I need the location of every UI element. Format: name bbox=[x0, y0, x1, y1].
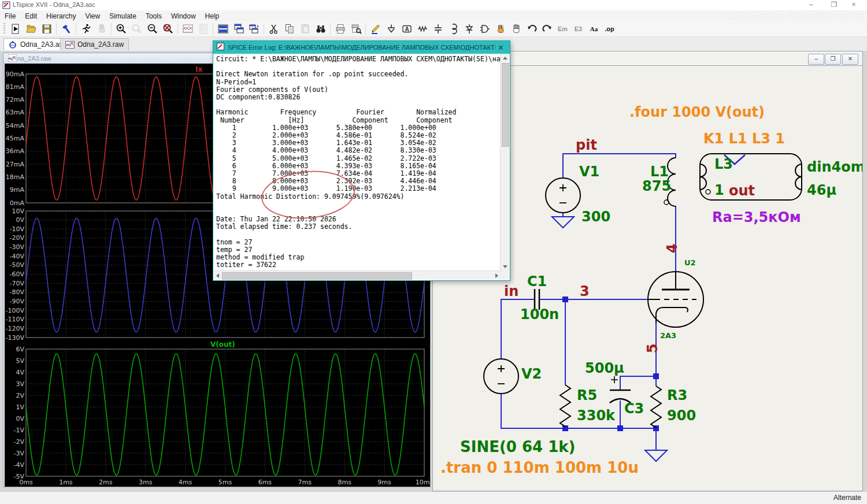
error-log-titlebar[interactable]: SPICE Error Log: E:\ВАЖНОЕ\ЛАМПЫ\МОДЕЛИР… bbox=[213, 41, 510, 54]
cascade-windows-2-icon[interactable] bbox=[246, 21, 262, 36]
svg-text:C1: C1 bbox=[527, 273, 547, 290]
paste-icon[interactable] bbox=[297, 21, 313, 36]
scroll-down-icon[interactable] bbox=[503, 265, 507, 268]
halt-icon[interactable] bbox=[94, 21, 109, 36]
error-log-text[interactable]: Circuit: * E:\ВАЖНОЕ\ЛАМПЫ\МОДЕЛИРОВАНИЕ… bbox=[214, 54, 501, 271]
scroll-up-icon[interactable] bbox=[503, 57, 507, 60]
error-log-vertical-scrollbar[interactable] bbox=[500, 54, 509, 271]
text-tool-icon[interactable]: Aa bbox=[586, 21, 602, 36]
svg-text:V1: V1 bbox=[579, 164, 599, 180]
zoom-full-extents-icon[interactable] bbox=[129, 21, 144, 36]
error-log-horizontal-scrollbar[interactable] bbox=[214, 270, 501, 280]
toolbar-separator bbox=[330, 23, 331, 35]
trace-label-ix[interactable]: Ix bbox=[195, 65, 202, 73]
log-line: tnom = 27 bbox=[216, 239, 501, 246]
copy-icon[interactable] bbox=[281, 21, 297, 36]
ground-symbol-icon[interactable] bbox=[383, 21, 399, 36]
new-schematic-icon[interactable] bbox=[8, 21, 23, 36]
y-axis-tick: 81mA bbox=[5, 83, 24, 91]
y-axis-tick: 1V bbox=[5, 403, 24, 411]
resistor-icon[interactable] bbox=[414, 21, 430, 36]
menu-hierarchy[interactable]: Hierarchy bbox=[42, 11, 80, 21]
cut-icon[interactable] bbox=[266, 21, 281, 36]
svg-text:L3: L3 bbox=[714, 156, 733, 172]
scroll-left-icon[interactable] bbox=[216, 273, 219, 278]
inductor-icon[interactable] bbox=[446, 21, 461, 36]
cascade-windows-icon[interactable] bbox=[231, 21, 246, 36]
error-log-close-icon[interactable]: ✕ bbox=[495, 43, 506, 52]
y-axis-tick: -120V bbox=[5, 325, 24, 332]
schematic-restore-button[interactable]: ❐ bbox=[825, 54, 841, 65]
y-axis-tick: 9mA bbox=[5, 186, 24, 194]
log-line: Direct Newton iteration for .op point su… bbox=[216, 71, 501, 78]
x-axis-tick: 7ms bbox=[292, 479, 317, 486]
x-axis-tick: 6ms bbox=[252, 479, 277, 486]
toolbar-grip[interactable] bbox=[3, 23, 5, 35]
toolbar-separator bbox=[213, 23, 213, 35]
horizontal-scroll-thumb[interactable] bbox=[222, 272, 412, 280]
toolbar-separator bbox=[56, 23, 57, 35]
find-icon[interactable] bbox=[313, 21, 328, 36]
y-axis-tick: 10V bbox=[5, 207, 24, 215]
save-icon[interactable] bbox=[39, 21, 54, 36]
tile-windows-icon[interactable] bbox=[215, 21, 231, 36]
diode-icon[interactable] bbox=[461, 21, 477, 36]
capacitor-icon[interactable] bbox=[430, 21, 446, 36]
edit-expression-icon[interactable]: E3 bbox=[570, 21, 586, 36]
spice-netlist-icon[interactable] bbox=[195, 21, 211, 36]
schematic-close-button[interactable]: ✕ bbox=[842, 54, 858, 65]
log-line: 4 4.000e+03 4.482e-02 8.330e-03 bbox=[216, 147, 501, 154]
zoom-in-icon[interactable] bbox=[113, 21, 129, 36]
print-preview-icon[interactable] bbox=[348, 21, 364, 36]
print-icon[interactable] bbox=[332, 21, 348, 36]
svg-text:300: 300 bbox=[581, 209, 610, 225]
menu-edit[interactable]: Edit bbox=[20, 11, 42, 21]
net-label-icon[interactable]: A bbox=[399, 21, 414, 36]
svg-text:1: 1 bbox=[714, 182, 724, 198]
performance-overlay: кадров/с N/A | ГП 0% | ЦП 2% | ЛАТ N/A bbox=[724, 11, 862, 19]
x-axis-tick: 3ms bbox=[133, 479, 158, 486]
trace-label-vout[interactable]: V(out) bbox=[210, 340, 235, 349]
y-axis-tick: -40V bbox=[5, 253, 24, 260]
tab-odna_2a3.raw[interactable]: Odna_2A3.raw bbox=[60, 38, 129, 50]
zoom-out-icon[interactable] bbox=[144, 21, 160, 36]
maximize-button[interactable]: ❐ bbox=[825, 1, 843, 10]
minimize-button[interactable]: – bbox=[802, 1, 820, 10]
edit-model-icon[interactable]: Em bbox=[555, 21, 570, 36]
menu-tools[interactable]: Tools bbox=[141, 11, 166, 21]
y-axis-tick: -90V bbox=[5, 298, 24, 305]
drag-hand-icon[interactable] bbox=[508, 21, 524, 36]
menu-help[interactable]: Help bbox=[201, 11, 224, 21]
log-line: Number [Hz] Component Component bbox=[216, 117, 501, 124]
schematic-minimize-button[interactable]: – bbox=[808, 54, 824, 65]
undo-icon[interactable] bbox=[524, 21, 539, 36]
x-axis-tick: 4ms bbox=[173, 479, 198, 486]
log-line: Circuit: * E:\ВАЖНОЕ\ЛАМПЫ\МОДЕЛИРОВАНИЕ… bbox=[216, 55, 501, 63]
error-log-title: SPICE Error Log: E:\ВАЖНОЕ\ЛАМПЫ\МОДЕЛИР… bbox=[228, 44, 495, 51]
tab-label: Odna_2A3.raw bbox=[77, 40, 124, 49]
menu-simulate[interactable]: Simulate bbox=[105, 11, 141, 21]
logic-gate-icon[interactable] bbox=[477, 21, 492, 36]
menu-file[interactable]: File bbox=[0, 11, 20, 21]
autorange-plot-icon[interactable] bbox=[180, 21, 195, 36]
y-axis-tick: 0V bbox=[5, 415, 24, 423]
log-line bbox=[216, 231, 501, 239]
move-hand-icon[interactable] bbox=[492, 21, 508, 36]
edit-pencil-icon[interactable] bbox=[368, 21, 383, 36]
zoom-fit-icon[interactable] bbox=[160, 21, 176, 36]
op-directive-icon[interactable]: .op bbox=[602, 21, 617, 36]
scroll-right-icon[interactable] bbox=[495, 273, 498, 278]
y-axis-tick: -20V bbox=[5, 234, 24, 242]
open-file-icon[interactable] bbox=[23, 21, 39, 36]
close-button[interactable]: × bbox=[845, 1, 862, 10]
y-axis-tick: -110V bbox=[5, 316, 24, 323]
redo-icon[interactable] bbox=[539, 21, 555, 36]
toolbar-separator bbox=[76, 23, 76, 35]
menu-window[interactable]: Window bbox=[166, 11, 201, 21]
menu-view[interactable]: View bbox=[80, 11, 105, 21]
vertical-scroll-thumb[interactable] bbox=[502, 63, 509, 147]
control-panel-hammer-icon[interactable] bbox=[58, 21, 74, 36]
svg-text:500µ: 500µ bbox=[585, 360, 624, 376]
run-icon[interactable] bbox=[78, 21, 94, 36]
log-line: Harmonic Frequency Fourier Normalized bbox=[216, 109, 501, 116]
